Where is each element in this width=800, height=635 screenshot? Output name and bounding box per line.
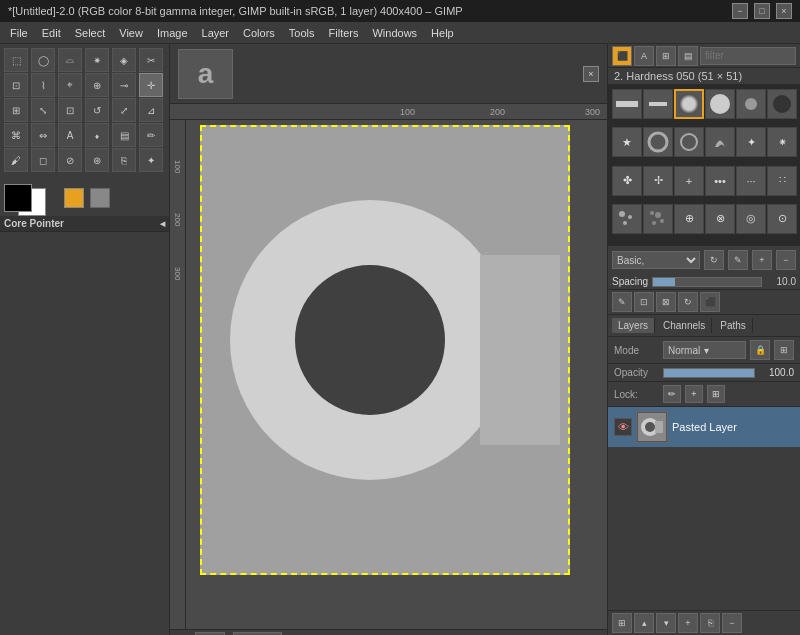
brush-action-1[interactable]: ✎ [612, 292, 632, 312]
brush-cell[interactable] [612, 89, 642, 119]
tool-heal[interactable]: ✦ [139, 148, 163, 172]
brushes-preset-select[interactable]: Basic, [612, 251, 700, 269]
brush-cell[interactable]: ⁕ [767, 127, 797, 157]
tool-eraser[interactable]: ◻ [31, 148, 55, 172]
brush-cell[interactable]: ∷ [767, 166, 797, 196]
brush-cell[interactable] [612, 204, 642, 234]
tab-channels[interactable]: Channels [657, 318, 712, 333]
tool-paintbrush[interactable]: 🖌 [4, 148, 28, 172]
canvas-wrapper[interactable]: 100 200 300 [170, 120, 607, 629]
tool-options-expand[interactable]: ◂ [160, 218, 165, 229]
brush-cell[interactable]: ◎ [736, 204, 766, 234]
tool-color-picker[interactable]: ⌖ [58, 73, 82, 97]
canvas-area[interactable]: a × 100 200 300 400 100 200 300 [170, 44, 607, 635]
layer-item[interactable]: 👁 Pasted Layer [608, 407, 800, 447]
tab-paths[interactable]: Paths [714, 318, 753, 333]
brush-cell[interactable] [736, 89, 766, 119]
brush-cell[interactable]: ⊙ [767, 204, 797, 234]
brush-action-5[interactable]: ⬛ [700, 292, 720, 312]
brush-cell[interactable]: ⊗ [705, 204, 735, 234]
tool-clone[interactable]: ⎘ [112, 148, 136, 172]
font-icon[interactable]: A [634, 46, 654, 66]
tool-scissors[interactable]: ✂ [139, 48, 163, 72]
patterns-icon[interactable]: ⊞ [656, 46, 676, 66]
brush-cell-active[interactable] [674, 89, 704, 119]
tool-blend[interactable]: ▤ [112, 123, 136, 147]
brush-action-4[interactable]: ↻ [678, 292, 698, 312]
lock-alpha[interactable]: ⊞ [707, 385, 725, 403]
brush-action-3[interactable]: ⊠ [656, 292, 676, 312]
brush-delete[interactable]: − [776, 250, 796, 270]
layer-move-up[interactable]: ▴ [634, 613, 654, 633]
tool-foreground-select[interactable]: ⊡ [4, 73, 28, 97]
menu-edit[interactable]: Edit [36, 25, 67, 41]
brush-action-2[interactable]: ⊡ [634, 292, 654, 312]
close-button[interactable]: × [776, 3, 792, 19]
tool-align[interactable]: ⊞ [4, 98, 28, 122]
tool-shear[interactable]: ⊿ [139, 98, 163, 122]
layer-delete[interactable]: − [722, 613, 742, 633]
tab-layers[interactable]: Layers [612, 318, 655, 333]
layer-move-down[interactable]: ▾ [656, 613, 676, 633]
menu-file[interactable]: File [4, 25, 34, 41]
menu-image[interactable]: Image [151, 25, 194, 41]
menu-colors[interactable]: Colors [237, 25, 281, 41]
gradients-icon[interactable]: ▤ [678, 46, 698, 66]
tool-ellipse-select[interactable]: ◯ [31, 48, 55, 72]
tool-free-select[interactable]: ⌓ [58, 48, 82, 72]
menu-layer[interactable]: Layer [196, 25, 236, 41]
brush-cell[interactable] [705, 127, 735, 157]
maximize-button[interactable]: □ [754, 3, 770, 19]
tool-move[interactable]: ✛ [139, 73, 163, 97]
extra-color2[interactable] [90, 188, 110, 208]
menu-view[interactable]: View [113, 25, 149, 41]
brush-cell[interactable]: ★ [612, 127, 642, 157]
menu-filters[interactable]: Filters [323, 25, 365, 41]
inner-window-close[interactable]: × [583, 66, 599, 82]
tool-text[interactable]: A [58, 123, 82, 147]
brush-cell[interactable]: ••• [705, 166, 735, 196]
menu-tools[interactable]: Tools [283, 25, 321, 41]
tool-transform[interactable]: ⤡ [31, 98, 55, 122]
tool-measure[interactable]: ⊸ [112, 73, 136, 97]
tool-by-color-select[interactable]: ◈ [112, 48, 136, 72]
brushes-icon[interactable]: ⬛ [612, 46, 632, 66]
brush-cell[interactable]: + [674, 166, 704, 196]
tool-crop[interactable]: ⊡ [58, 98, 82, 122]
mode-lock[interactable]: 🔒 [750, 340, 770, 360]
minimize-button[interactable]: − [732, 3, 748, 19]
opacity-slider[interactable] [663, 368, 755, 378]
brush-cell[interactable]: ⊕ [674, 204, 704, 234]
layer-new[interactable]: + [678, 613, 698, 633]
spacing-bar[interactable] [652, 277, 762, 287]
layer-copy[interactable]: ⎘ [700, 613, 720, 633]
brush-cell[interactable] [767, 89, 797, 119]
tool-rotate[interactable]: ↺ [85, 98, 109, 122]
brush-cell[interactable] [643, 89, 673, 119]
tool-pencil[interactable]: ✏ [139, 123, 163, 147]
tool-perspective[interactable]: ⌘ [4, 123, 28, 147]
brush-cell[interactable] [643, 127, 673, 157]
brush-cell[interactable]: ✢ [643, 166, 673, 196]
brush-cell[interactable]: ✦ [736, 127, 766, 157]
tool-bucket-fill[interactable]: ⬧ [85, 123, 109, 147]
tool-ink[interactable]: ⊛ [85, 148, 109, 172]
mode-extra[interactable]: ⊞ [774, 340, 794, 360]
brush-refresh[interactable]: ↻ [704, 250, 724, 270]
brush-cell[interactable]: ✤ [612, 166, 642, 196]
menu-select[interactable]: Select [69, 25, 112, 41]
tool-zoom[interactable]: ⊕ [85, 73, 109, 97]
brush-edit[interactable]: ✎ [728, 250, 748, 270]
tool-fuzzy-select[interactable]: ⁕ [85, 48, 109, 72]
foreground-color[interactable] [4, 184, 32, 212]
menu-help[interactable]: Help [425, 25, 460, 41]
brush-cell[interactable] [705, 89, 735, 119]
mode-select[interactable]: Normal ▾ [663, 341, 746, 359]
brushes-filter-input[interactable] [700, 47, 796, 65]
brush-cell[interactable] [643, 204, 673, 234]
extra-color[interactable] [64, 188, 84, 208]
lock-position[interactable]: + [685, 385, 703, 403]
layer-new-group[interactable]: ⊞ [612, 613, 632, 633]
tool-flip[interactable]: ⇔ [31, 123, 55, 147]
brush-cell[interactable]: ··· [736, 166, 766, 196]
